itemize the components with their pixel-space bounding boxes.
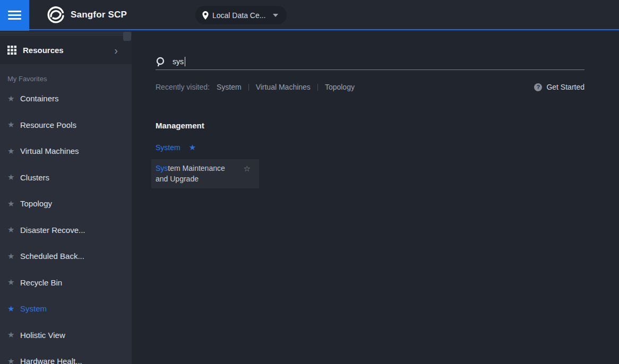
menu-hamburger-icon[interactable] <box>0 0 29 31</box>
get-started-link[interactable]: ? Get Started <box>534 83 584 91</box>
search-input[interactable] <box>173 57 584 66</box>
top-bar: Sangfor SCP Local Data Ce... <box>0 0 619 30</box>
category-row: System ★ <box>156 143 619 152</box>
star-icon: ★ <box>7 94 20 103</box>
grid-icon <box>7 46 16 55</box>
search-meta-row: Recently visited: System Virtual Machine… <box>156 83 584 91</box>
recently-visited-label: Recently visited: <box>156 83 210 91</box>
datacenter-label: Local Data Ce... <box>212 11 265 20</box>
sidebar-item-containers[interactable]: ★ Containers <box>0 85 132 112</box>
results-section-title: Management <box>156 121 619 130</box>
sidebar-item-holistic-view[interactable]: ★ Holistic View <box>0 322 132 349</box>
star-icon: ★ <box>7 304 20 314</box>
recent-link-virtual-machines[interactable]: Virtual Machines <box>256 83 311 91</box>
sidebar-item-scheduled-backup[interactable]: ★ Scheduled Back... <box>0 243 132 270</box>
sidebar-item-resource-pools[interactable]: ★ Resource Pools <box>0 112 132 138</box>
sidebar-item-virtual-machines[interactable]: ★ Virtual Machines <box>0 138 132 164</box>
star-icon: ★ <box>7 278 20 287</box>
recent-link-system[interactable]: System <box>217 83 242 91</box>
sidebar-item-resources[interactable]: Resources › <box>0 36 132 64</box>
divider <box>248 84 249 91</box>
search-field[interactable] <box>156 57 584 70</box>
sidebar-item-recycle-bin[interactable]: ★ Recycle Bin <box>0 270 132 296</box>
recent-links: System Virtual Machines Topology <box>210 83 355 91</box>
star-icon: ★ <box>7 199 20 209</box>
sidebar-item-label: Resources <box>23 46 114 55</box>
star-icon: ★ <box>7 357 20 364</box>
brand-name: Sangfor SCP <box>71 10 127 20</box>
sidebar-item-topology[interactable]: ★ Topology <box>0 190 132 217</box>
favorite-star-outline-icon[interactable]: ☆ <box>244 164 251 174</box>
search-match-text: Sys <box>156 164 168 172</box>
sangfor-logo-icon <box>46 5 65 24</box>
star-icon: ★ <box>7 172 20 182</box>
sidebar-item-clusters[interactable]: ★ Clusters <box>0 164 132 191</box>
chevron-down-icon <box>273 14 278 17</box>
category-link-system[interactable]: System <box>156 143 180 152</box>
recent-link-topology[interactable]: Topology <box>325 83 355 91</box>
brand: Sangfor SCP <box>46 5 127 24</box>
help-question-icon: ? <box>534 83 542 91</box>
star-icon: ★ <box>7 252 20 261</box>
sidebar-scrollbar-thumb[interactable] <box>123 32 131 41</box>
result-item-label: System Maintenance and Upgrade <box>156 163 238 184</box>
star-icon: ★ <box>7 120 20 129</box>
datacenter-selector[interactable]: Local Data Ce... <box>195 6 287 24</box>
divider <box>317 84 318 91</box>
main-content: Recently visited: System Virtual Machine… <box>132 31 619 364</box>
star-icon: ★ <box>7 146 20 156</box>
favorites-section-title: My Favorites <box>7 75 132 83</box>
sidebar-item-disaster-recovery[interactable]: ★ Disaster Recove... <box>0 217 132 244</box>
favorites-list: ★ Containers ★ Resource Pools ★ Virtual … <box>0 85 132 364</box>
sidebar-item-hardware-health[interactable]: ★ Hardware Healt... <box>0 348 132 364</box>
result-item-system-maintenance-and-upgrade[interactable]: System Maintenance and Upgrade ☆ <box>151 159 259 188</box>
star-icon: ★ <box>7 225 20 235</box>
sidebar: Resources › My Favorites ★ Containers ★ … <box>0 31 132 364</box>
chevron-right-icon: › <box>114 45 118 56</box>
star-icon: ★ <box>7 330 20 340</box>
sidebar-item-system[interactable]: ★ System <box>0 296 132 322</box>
get-started-label: Get Started <box>546 83 584 91</box>
favorite-star-filled-icon[interactable]: ★ <box>189 143 196 152</box>
location-pin-icon <box>202 11 209 20</box>
search-icon <box>156 57 166 67</box>
text-caret <box>185 57 185 66</box>
search-results: Management System ★ System Maintenance a… <box>156 121 619 188</box>
